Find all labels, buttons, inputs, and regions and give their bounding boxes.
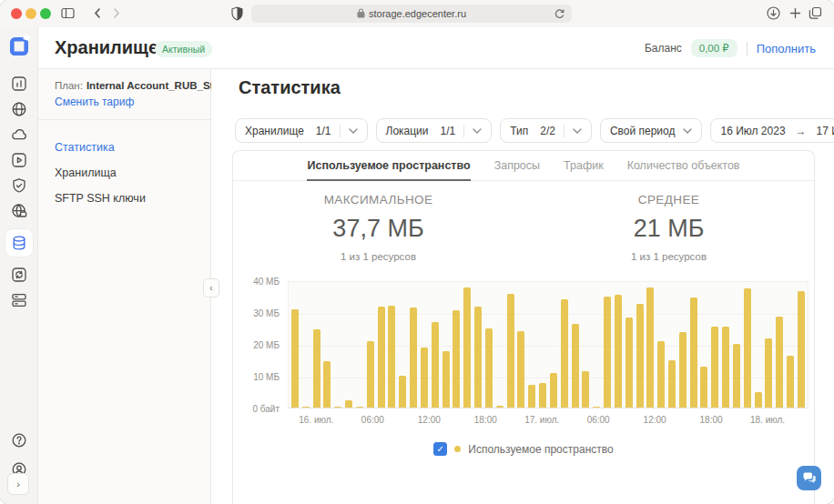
- panel-collapse-button[interactable]: ‹: [203, 278, 219, 297]
- rail-item-cloud[interactable]: [5, 122, 33, 147]
- chart-bar: [744, 288, 751, 408]
- back-icon[interactable]: [91, 6, 105, 20]
- left-panel: План: Internal Account_RUB_St... i Смени…: [38, 69, 211, 504]
- rail-expand-button[interactable]: ›: [7, 473, 29, 495]
- chart-bar: [572, 324, 579, 408]
- rail-item-analytics[interactable]: [5, 71, 33, 96]
- backup-sync-icon: [10, 266, 28, 284]
- tab-overview-icon[interactable]: [808, 5, 823, 21]
- rail-item-cdn-globe[interactable]: [5, 96, 33, 122]
- rail-item-storage-database[interactable]: [5, 229, 33, 257]
- topup-link[interactable]: Пополнить: [757, 42, 816, 55]
- sidebar-toggle-icon[interactable]: [60, 5, 76, 21]
- chart-bar: [711, 327, 718, 408]
- x-axis: 16. июл.06:0012:0018:0017. июл.06:0012:0…: [288, 412, 808, 428]
- stat-sub: 1 из 1 ресурсов: [524, 251, 814, 262]
- tab-active[interactable]: Используемое пространство: [307, 151, 470, 180]
- main-content: Статистика Хранилище1/1Локации1/1Тип2/2 …: [211, 69, 834, 504]
- forward-icon[interactable]: [109, 6, 123, 20]
- y-tick-label: 0 байт: [252, 404, 280, 414]
- chart-bar: [582, 371, 589, 408]
- x-tick-label: 06:00: [361, 415, 384, 425]
- new-tab-icon[interactable]: [788, 5, 803, 21]
- date-range-picker[interactable]: 16 Июл 2023 → 17 Июл 2023: [710, 118, 834, 143]
- chart-bar: [378, 307, 385, 408]
- rail-item-streaming[interactable]: [5, 147, 33, 173]
- chart-bar: [561, 299, 568, 408]
- url-text: storage.edgecenter.ru: [369, 8, 466, 19]
- chart-bar: [421, 348, 428, 408]
- stat-label: МАКСИМАЛЬНОЕ: [233, 193, 524, 207]
- rail-item-dns-globe[interactable]: [5, 198, 33, 224]
- chart-bar: [722, 327, 729, 408]
- chart-bar: [646, 287, 654, 408]
- chart-bar: [334, 407, 341, 408]
- close-button[interactable]: [11, 8, 22, 19]
- divider: [747, 42, 748, 55]
- tab-inactive[interactable]: Количество объектов: [627, 151, 740, 180]
- chart-bar: [474, 307, 482, 408]
- rail-item-hosting-server[interactable]: [5, 287, 33, 313]
- chart-bar: [615, 295, 622, 408]
- chevron-right-icon: ›: [16, 479, 20, 489]
- filter-value: 1/1: [316, 125, 331, 137]
- series-color-dot: [454, 446, 461, 452]
- usage-chart: 40 МБ30 МБ20 МБ10 МБ0 байт: [240, 281, 809, 408]
- date-to: 17 Июл 2023: [817, 125, 834, 137]
- y-tick-label: 30 МБ: [253, 308, 280, 318]
- lock-icon: [357, 8, 365, 20]
- chart-bar: [313, 329, 320, 408]
- tab-inactive[interactable]: Трафик: [564, 151, 604, 180]
- reload-icon[interactable]: [554, 7, 565, 21]
- divider: [463, 125, 464, 137]
- nav-item[interactable]: Статистика: [38, 135, 210, 160]
- help-icon: [10, 431, 28, 449]
- rail-item-backup-sync[interactable]: [5, 262, 33, 287]
- streaming-icon: [10, 151, 28, 169]
- tab-inactive[interactable]: Запросы: [494, 151, 540, 180]
- chart-bar: [668, 360, 676, 408]
- minimize-button[interactable]: [25, 8, 36, 19]
- chart-bar: [410, 307, 417, 408]
- period-filter[interactable]: Свой период: [600, 118, 703, 143]
- support-chat-button[interactable]: [797, 466, 821, 490]
- nav-item[interactable]: SFTP SSH ключи: [38, 186, 210, 211]
- address-bar[interactable]: storage.edgecenter.ru: [251, 5, 572, 23]
- chevron-down-icon: [683, 128, 692, 134]
- filter-dropdown[interactable]: Локации1/1: [376, 118, 493, 143]
- period-filter-label: Свой период: [610, 125, 676, 137]
- chart-bar: [485, 328, 493, 408]
- statistics-card: Используемое пространствоЗапросыТрафикКо…: [232, 150, 815, 504]
- rail-item-security-shield[interactable]: [5, 173, 33, 198]
- nav-item[interactable]: Хранилища: [38, 160, 210, 186]
- legend-checkbox[interactable]: ✓: [433, 442, 447, 456]
- zoom-button[interactable]: [40, 8, 51, 19]
- divider: [564, 125, 564, 137]
- privacy-shield-icon[interactable]: [231, 6, 243, 21]
- stat-label: СРЕДНЕЕ: [524, 193, 814, 207]
- chart-bar: [528, 385, 535, 408]
- cloud-icon: [10, 126, 28, 144]
- y-tick-label: 40 МБ: [253, 277, 280, 287]
- plan-value: Internal Account_RUB_St...: [86, 80, 222, 91]
- chart-legend: ✓ Используемое пространство: [233, 442, 814, 456]
- date-from: 16 Июл 2023: [720, 125, 785, 137]
- filter-dropdown[interactable]: Тип2/2: [500, 118, 592, 143]
- rail-item-help[interactable]: [5, 428, 33, 453]
- section-nav: СтатистикаХранилищаSFTP SSH ключи: [38, 120, 210, 211]
- stat-block: МАКСИМАЛЬНОЕ37,7 МБ1 из 1 ресурсов: [233, 193, 524, 262]
- plan-box: План: Internal Account_RUB_St... i Смени…: [38, 69, 210, 120]
- x-tick-label: 06:00: [587, 415, 610, 425]
- y-tick-label: 10 МБ: [253, 372, 280, 382]
- cdn-globe-icon: [10, 100, 28, 118]
- chart-bar: [700, 367, 707, 408]
- chart-bar: [776, 317, 783, 408]
- chart-bar: [539, 383, 546, 408]
- stat-sub: 1 из 1 ресурсов: [233, 251, 524, 262]
- browser-window: storage.edgecenter.ru › Хранилищ: [0, 0, 834, 504]
- change-tariff-link[interactable]: Сменить тариф: [55, 96, 198, 108]
- chart-bar: [755, 392, 762, 408]
- plot-area: [288, 281, 809, 408]
- downloads-icon[interactable]: [766, 5, 781, 21]
- filter-dropdown[interactable]: Хранилище1/1: [235, 118, 368, 143]
